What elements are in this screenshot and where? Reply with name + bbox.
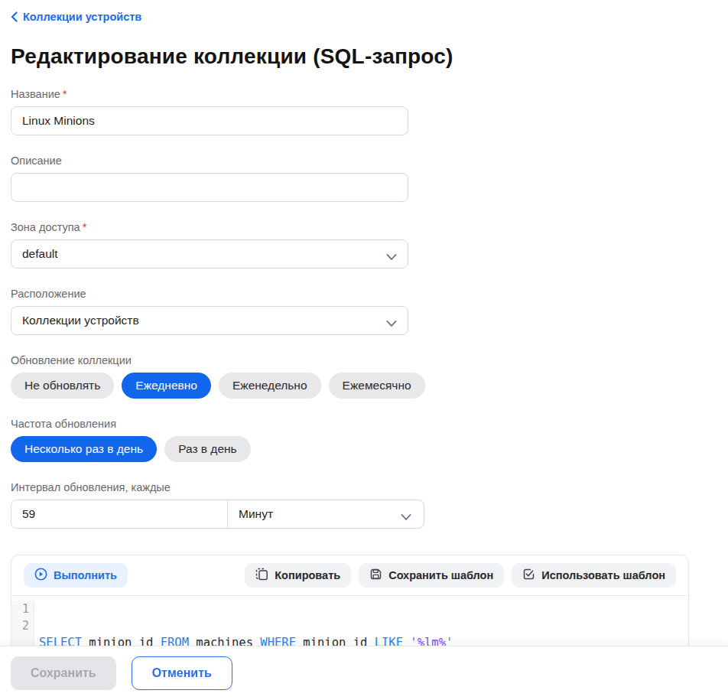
chevron-down-icon xyxy=(386,250,397,264)
frequency-label: Частота обновления xyxy=(11,418,717,430)
save-template-button[interactable]: Сохранить шаблон xyxy=(359,563,504,588)
chevron-down-icon xyxy=(401,510,411,524)
required-asterisk: * xyxy=(83,221,87,233)
access-zone-field: Зона доступа* default xyxy=(11,221,408,269)
copy-icon xyxy=(255,568,268,583)
pill-several-times-a-day[interactable]: Несколько раз в день xyxy=(11,436,157,462)
footer-action-bar: Сохранить Отменить xyxy=(0,646,728,700)
line-number: 2 xyxy=(11,617,29,634)
interval-group: Минут xyxy=(11,500,424,529)
name-input[interactable] xyxy=(11,106,408,135)
chevron-left-icon xyxy=(11,11,18,22)
required-asterisk: * xyxy=(63,88,67,100)
pill-once-a-day[interactable]: Раз в день xyxy=(164,436,251,462)
back-link-label: Коллекции устройств xyxy=(23,11,141,23)
page-title: Редактирование коллекции (SQL-запрос) xyxy=(11,44,717,69)
interval-unit-select[interactable]: Минут xyxy=(228,500,424,528)
use-template-label: Использовать шаблон xyxy=(541,569,665,581)
edit-collection-page: Коллекции устройств Редактирование колле… xyxy=(0,0,728,662)
use-template-button[interactable]: Использовать шаблон xyxy=(512,563,676,588)
location-select[interactable]: Коллекции устройств xyxy=(11,306,408,335)
toolbar-right-group: Копировать Сохранить шаблон Использовать… xyxy=(245,563,676,588)
refresh-field: Обновление коллекции Не обновлять Ежедне… xyxy=(11,354,717,399)
description-field: Описание xyxy=(11,155,408,202)
back-link[interactable]: Коллекции устройств xyxy=(11,11,141,23)
play-circle-icon xyxy=(34,568,47,583)
run-query-label: Выполнить xyxy=(54,569,117,581)
name-field: Название* xyxy=(11,88,408,135)
save-button[interactable]: Сохранить xyxy=(11,656,116,690)
description-label: Описание xyxy=(11,155,408,167)
location-value: Коллекции устройств xyxy=(22,314,139,327)
refresh-pill-group: Не обновлять Ежедневно Еженедельно Ежеме… xyxy=(11,373,717,399)
line-number: 1 xyxy=(11,601,29,617)
description-input[interactable] xyxy=(11,173,408,202)
location-label: Расположение xyxy=(11,288,408,300)
pill-daily[interactable]: Ежедневно xyxy=(122,373,211,399)
location-field: Расположение Коллекции устройств xyxy=(11,288,408,335)
interval-input[interactable] xyxy=(11,500,228,528)
pill-weekly[interactable]: Еженедельно xyxy=(219,373,321,399)
pill-monthly[interactable]: Ежемесячно xyxy=(329,373,425,399)
interval-label: Интервал обновления, каждые xyxy=(11,481,717,493)
copy-label: Копировать xyxy=(275,569,340,581)
name-label: Название* xyxy=(11,88,408,100)
refresh-label: Обновление коллекции xyxy=(11,354,717,366)
copy-button[interactable]: Копировать xyxy=(245,563,351,588)
access-zone-label: Зона доступа* xyxy=(11,221,408,233)
access-zone-value: default xyxy=(22,247,58,261)
frequency-field: Частота обновления Несколько раз в день … xyxy=(11,418,717,462)
cancel-button[interactable]: Отменить xyxy=(132,656,232,690)
apply-template-check-icon xyxy=(522,568,535,583)
interval-field: Интервал обновления, каждые Минут xyxy=(11,481,717,529)
pill-no-refresh[interactable]: Не обновлять xyxy=(11,373,114,399)
chevron-down-icon xyxy=(386,317,397,330)
frequency-pill-group: Несколько раз в день Раз в день xyxy=(11,436,717,462)
save-template-label: Сохранить шаблон xyxy=(388,569,493,581)
sql-editor-panel: Выполнить Копировать Сохранить шаблон xyxy=(11,555,689,662)
floppy-save-icon xyxy=(369,568,382,583)
sql-toolbar: Выполнить Копировать Сохранить шаблон xyxy=(11,555,688,596)
run-query-button[interactable]: Выполнить xyxy=(24,563,128,588)
access-zone-select[interactable]: default xyxy=(11,239,408,269)
interval-unit-value: Минут xyxy=(239,507,273,521)
